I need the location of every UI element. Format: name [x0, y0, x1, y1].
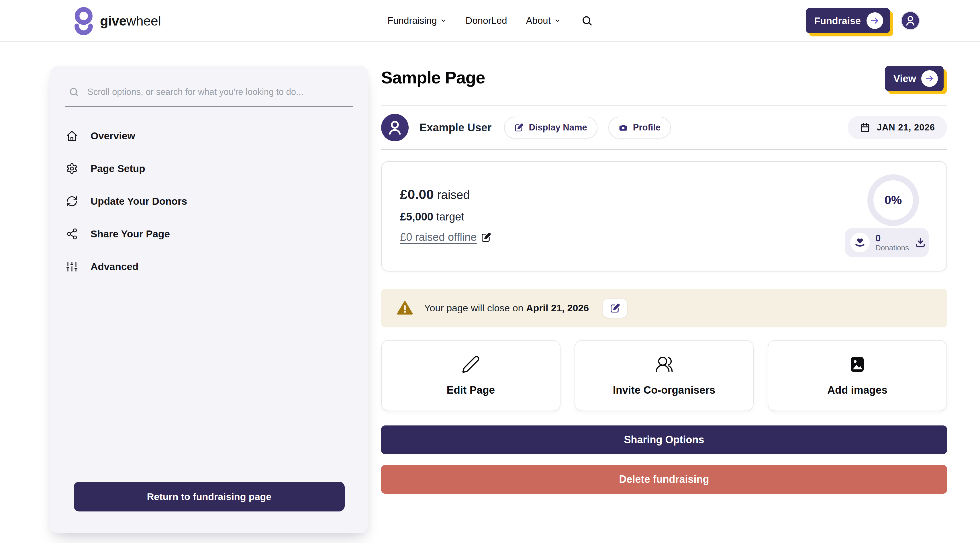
donations-summary: 0 Donations: [845, 228, 929, 257]
donations-label: Donations: [875, 244, 909, 252]
header-actions: Fundraise: [806, 8, 920, 33]
delete-fundraising-button[interactable]: Delete fundraising: [381, 465, 947, 494]
chevron-down-icon: [554, 18, 560, 24]
share-icon: [66, 228, 78, 240]
search-icon: [68, 87, 80, 97]
user-row: Example User Display Name Profile JAN 21…: [381, 106, 947, 149]
donations-count-block: 0 Donations: [875, 233, 909, 252]
nav-fundraising[interactable]: Fundraising: [387, 15, 447, 26]
gear-icon: [66, 162, 78, 175]
main-nav: Fundraising DonorLed About: [387, 15, 593, 26]
user-avatar: [381, 114, 409, 141]
sidebar-item-advanced[interactable]: Advanced: [66, 258, 352, 276]
raised-line: £0.00 raised: [400, 186, 947, 202]
sidebar-item-share-page[interactable]: Share Your Page: [66, 225, 352, 243]
hand-heart-icon: [850, 233, 870, 252]
page-title: Sample Page: [381, 66, 947, 88]
users-icon: [655, 355, 674, 374]
arrow-right-icon: [867, 12, 883, 29]
edit-display-name-button[interactable]: Display Name: [504, 117, 597, 139]
sidebar-item-overview[interactable]: Overview: [66, 127, 352, 145]
edit-pencil-square-icon: [514, 123, 523, 132]
search-icon[interactable]: [581, 15, 593, 26]
fundraising-stats-card: £0.00 raised £5,000 target £0 raised off…: [381, 161, 947, 272]
main-content: Sample Page View Example User Display Na…: [381, 66, 947, 494]
edit-close-date-button[interactable]: [603, 299, 627, 318]
edit-page-card[interactable]: Edit Page: [381, 340, 560, 411]
user-name: Example User: [420, 121, 492, 134]
warning-triangle-icon: [396, 300, 413, 317]
home-icon: [66, 130, 78, 142]
invite-co-organisers-card[interactable]: Invite Co-organisers: [574, 340, 754, 411]
page-close-warning-banner: Your page will close on April 21, 2026: [381, 289, 947, 327]
brand-name: givewheel: [100, 13, 161, 29]
page-date-badge: JAN 21, 2026: [848, 116, 947, 139]
sidebar-menu: Overview Page Setup Update Your Donors S…: [50, 127, 368, 276]
account-avatar[interactable]: [901, 11, 920, 30]
pencil-icon: [461, 355, 480, 374]
title-row: Sample Page View: [381, 66, 947, 105]
nav-donorled[interactable]: DonorLed: [466, 15, 507, 26]
arrow-right-icon: [921, 70, 938, 87]
sliders-icon: [66, 261, 78, 273]
sidebar-item-page-setup[interactable]: Page Setup: [66, 159, 352, 178]
sidebar-item-update-donors[interactable]: Update Your Donors: [66, 192, 352, 210]
edit-profile-photo-button[interactable]: Profile: [608, 117, 671, 139]
settings-sidebar: Overview Page Setup Update Your Donors S…: [50, 66, 368, 533]
givewheel-logo[interactable]: givewheel: [73, 6, 161, 35]
sharing-options-button[interactable]: Sharing Options: [381, 425, 947, 454]
chevron-down-icon: [441, 18, 447, 24]
calendar-icon: [860, 122, 870, 133]
donations-count: 0: [875, 233, 909, 244]
progress-ring: 0%: [867, 174, 919, 226]
top-navbar: givewheel Fundraising DonorLed About Fun…: [0, 0, 980, 42]
sidebar-search: [65, 87, 353, 107]
download-donations-icon[interactable]: [915, 237, 926, 248]
image-icon: [848, 355, 867, 374]
return-to-fundraising-button[interactable]: Return to fundraising page: [74, 482, 345, 511]
nav-about[interactable]: About: [526, 15, 560, 26]
fundraise-button[interactable]: Fundraise: [806, 8, 890, 33]
view-page-button[interactable]: View: [885, 66, 943, 91]
edit-offline-amount-icon[interactable]: [481, 232, 491, 242]
warning-text: Your page will close on April 21, 2026: [424, 303, 589, 314]
add-images-card[interactable]: Add images: [768, 340, 947, 411]
givewheel-logo-icon: [73, 6, 94, 35]
quick-action-cards: Edit Page Invite Co-organisers Add image…: [381, 340, 947, 411]
target-line: £5,000 target: [400, 211, 947, 223]
divider: [381, 149, 947, 150]
raised-offline-link[interactable]: £0 raised offline: [400, 231, 477, 244]
refresh-icon: [66, 195, 78, 207]
progress-percent: 0%: [885, 193, 902, 207]
sidebar-search-input[interactable]: [87, 87, 352, 97]
camera-icon: [619, 123, 628, 132]
